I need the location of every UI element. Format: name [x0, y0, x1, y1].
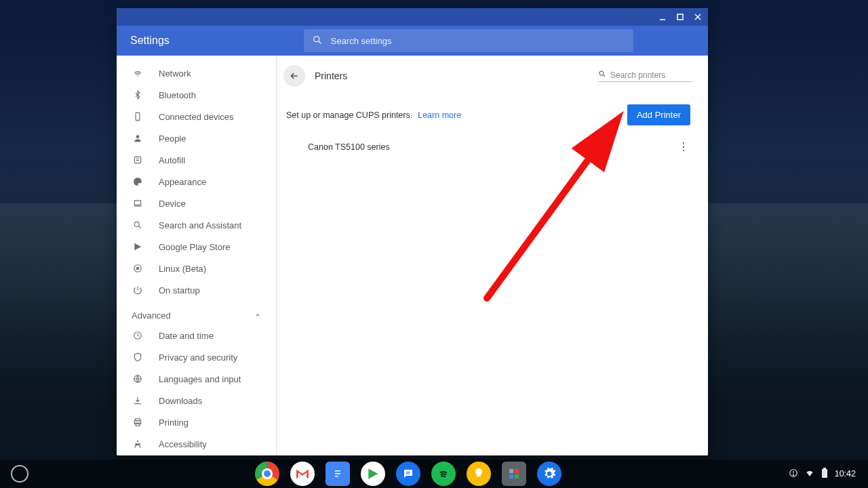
clock: 10:42 [835, 469, 856, 479]
status-area[interactable]: 10:42 [789, 468, 868, 481]
svg-rect-35 [515, 469, 519, 473]
sidebar-item-label: Bluetooth [159, 90, 196, 100]
bluetooth-icon [132, 89, 144, 101]
chevron-up-icon [254, 310, 261, 321]
page-header-row: Printers [277, 56, 708, 92]
svg-point-25 [599, 71, 604, 75]
sidebar-item-search-assistant[interactable]: Search and Assistant [117, 214, 276, 236]
sidebar-item-label: Appearance [159, 177, 206, 187]
linux-icon [132, 262, 144, 274]
printer-list-item[interactable]: Canon TS5100 series ⋮ [277, 131, 708, 163]
more-vert-icon[interactable]: ⋮ [677, 140, 690, 153]
spotify-icon[interactable] [431, 462, 456, 486]
search-settings-box[interactable] [304, 29, 633, 52]
sidebar-item-google-play[interactable]: Google Play Store [117, 236, 276, 258]
svg-point-40 [793, 474, 793, 475]
sidebar-item-downloads[interactable]: Downloads [117, 390, 276, 411]
sidebar-item-people[interactable]: People [117, 127, 276, 149]
sidebar-item-label: Downloads [159, 396, 202, 406]
globe-icon [132, 373, 144, 385]
sidebar-item-label: On startup [159, 285, 200, 296]
advanced-label: Advanced [132, 310, 171, 321]
add-printer-button[interactable]: Add Printer [627, 104, 690, 125]
sidebar-item-startup[interactable]: On startup [117, 279, 276, 301]
sidebar-item-device[interactable]: Device [117, 192, 276, 214]
svg-rect-29 [335, 470, 340, 472]
svg-line-5 [318, 41, 321, 43]
svg-point-14 [134, 222, 139, 226]
notification-icon [789, 468, 798, 480]
sidebar-item-accessibility[interactable]: Accessibility [117, 433, 276, 455]
sidebar-item-network[interactable]: Network [117, 62, 276, 84]
svg-rect-42 [823, 468, 826, 469]
search-printers-input[interactable] [610, 70, 693, 80]
sidebar-item-autofill[interactable]: Autofill [117, 149, 276, 171]
sidebar-item-label: Device [159, 199, 186, 209]
keep-icon[interactable] [467, 462, 491, 486]
svg-point-17 [136, 267, 139, 270]
svg-rect-30 [335, 473, 340, 474]
play-icon [132, 241, 144, 253]
svg-point-24 [137, 441, 138, 442]
svg-rect-31 [335, 476, 338, 477]
person-icon [132, 132, 144, 144]
laptop-icon [132, 197, 144, 209]
svg-rect-36 [509, 474, 513, 479]
learn-more-link[interactable]: Learn more [418, 110, 461, 120]
app-title: Settings [130, 35, 170, 47]
wifi-status-icon [805, 468, 814, 480]
search-printers-box[interactable] [598, 70, 693, 82]
main-content: Printers Set up or manage CUPS printers.… [277, 56, 708, 455]
sidebar-item-label: Autofill [159, 155, 185, 165]
sidebar-item-linux[interactable]: Linux (Beta) [117, 258, 276, 279]
svg-rect-41 [822, 469, 827, 478]
search-settings-input[interactable] [331, 36, 625, 46]
taskbar-apps [28, 462, 789, 486]
sidebar-item-label: People [159, 134, 186, 144]
close-button[interactable] [692, 11, 704, 23]
sidebar-item-label: Accessibility [159, 439, 207, 449]
palette-icon [132, 176, 144, 188]
search-icon [312, 35, 323, 47]
back-button[interactable] [283, 65, 305, 87]
body: Network Bluetooth Connected devices Peop… [117, 56, 708, 455]
sidebar-item-privacy[interactable]: Privacy and security [117, 346, 276, 368]
sidebar-item-label: Search and Assistant [159, 220, 241, 230]
advanced-section-toggle[interactable]: Advanced [117, 301, 276, 325]
autofill-icon [132, 154, 144, 166]
header: Settings [117, 26, 708, 56]
shield-icon [132, 351, 144, 363]
sidebar-item-label: Google Play Store [159, 242, 231, 252]
maximize-button[interactable] [674, 11, 686, 23]
sidebar-item-label: Date and time [159, 331, 214, 341]
sidebar-item-connected-devices[interactable]: Connected devices [117, 106, 276, 127]
svg-line-26 [603, 75, 605, 77]
launcher-button[interactable] [11, 465, 28, 483]
minimize-button[interactable] [656, 11, 669, 23]
chrome-icon[interactable] [255, 462, 279, 486]
sidebar-item-bluetooth[interactable]: Bluetooth [117, 84, 276, 106]
sidebar-item-languages[interactable]: Languages and input [117, 368, 276, 390]
svg-rect-1 [677, 14, 683, 20]
sidebar-item-datetime[interactable]: Date and time [117, 325, 276, 346]
calculator-icon[interactable] [502, 462, 526, 486]
search-icon [598, 70, 606, 80]
messages-icon[interactable] [396, 462, 420, 486]
battery-icon [821, 468, 828, 481]
sidebar-item-label: Connected devices [159, 112, 234, 122]
download-icon [132, 394, 144, 407]
accessibility-icon [132, 438, 144, 450]
gmail-icon[interactable] [290, 462, 315, 486]
sidebar-item-label: Linux (Beta) [159, 264, 206, 274]
play-store-icon[interactable] [361, 462, 385, 486]
printer-icon [132, 416, 144, 428]
svg-rect-12 [134, 201, 140, 205]
docs-icon[interactable] [326, 462, 350, 486]
taskbar: 10:42 [0, 460, 868, 488]
sidebar-item-label: Privacy and security [159, 352, 237, 363]
printer-name: Canon TS5100 series [308, 142, 390, 152]
sidebar-item-printing[interactable]: Printing [117, 411, 276, 433]
sidebar-item-appearance[interactable]: Appearance [117, 171, 276, 192]
svg-line-15 [138, 226, 140, 228]
settings-icon[interactable] [537, 462, 561, 486]
